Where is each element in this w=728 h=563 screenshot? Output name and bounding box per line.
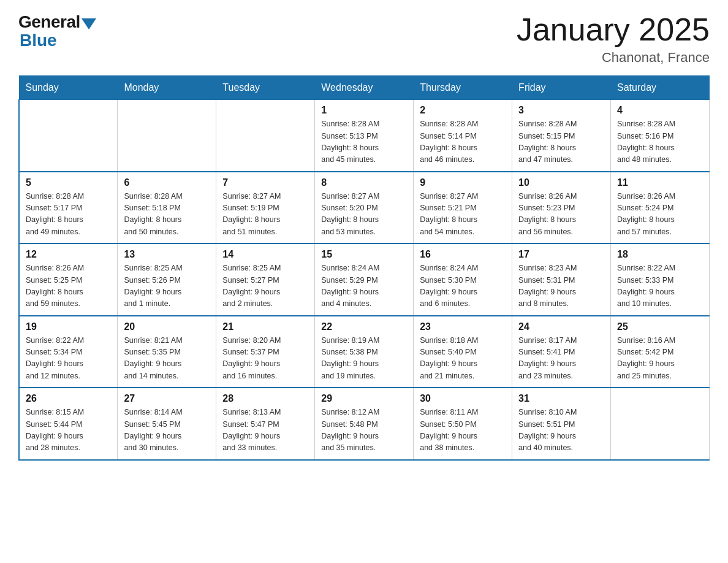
day-info: Sunrise: 8:25 AMSunset: 5:27 PMDaylight:… xyxy=(222,262,308,310)
calendar-subtitle: Chanonat, France xyxy=(517,50,710,66)
day-number: 17 xyxy=(518,249,604,260)
calendar-cell: 17Sunrise: 8:23 AMSunset: 5:31 PMDayligh… xyxy=(512,243,611,316)
day-info: Sunrise: 8:14 AMSunset: 5:45 PMDaylight:… xyxy=(124,407,210,454)
calendar-cell: 11Sunrise: 8:26 AMSunset: 5:24 PMDayligh… xyxy=(611,172,710,244)
calendar-cell: 7Sunrise: 8:27 AMSunset: 5:19 PMDaylight… xyxy=(216,172,315,244)
day-info: Sunrise: 8:26 AMSunset: 5:24 PMDaylight:… xyxy=(617,191,703,239)
logo-triangle-icon xyxy=(82,18,96,29)
day-info: Sunrise: 8:22 AMSunset: 5:34 PMDaylight:… xyxy=(26,335,111,383)
calendar-week-2: 5Sunrise: 8:28 AMSunset: 5:17 PMDaylight… xyxy=(19,172,710,244)
logo-general-text: General xyxy=(18,12,80,32)
day-info: Sunrise: 8:28 AMSunset: 5:16 PMDaylight:… xyxy=(617,118,703,166)
day-number: 6 xyxy=(124,177,210,188)
calendar-cell: 30Sunrise: 8:11 AMSunset: 5:50 PMDayligh… xyxy=(414,388,512,460)
calendar-cell: 15Sunrise: 8:24 AMSunset: 5:29 PMDayligh… xyxy=(315,243,414,316)
weekday-header-saturday: Saturday xyxy=(611,76,710,100)
day-info: Sunrise: 8:16 AMSunset: 5:42 PMDaylight:… xyxy=(617,335,703,383)
calendar-cell: 28Sunrise: 8:13 AMSunset: 5:47 PMDayligh… xyxy=(216,388,315,460)
day-info: Sunrise: 8:18 AMSunset: 5:40 PMDaylight:… xyxy=(420,335,506,383)
day-info: Sunrise: 8:26 AMSunset: 5:23 PMDaylight:… xyxy=(518,191,604,239)
day-number: 12 xyxy=(26,249,111,260)
calendar-cell xyxy=(216,100,315,172)
calendar-title: January 2025 xyxy=(517,12,710,47)
day-info: Sunrise: 8:27 AMSunset: 5:21 PMDaylight:… xyxy=(420,191,506,239)
day-number: 18 xyxy=(617,249,703,260)
calendar-cell: 13Sunrise: 8:25 AMSunset: 5:26 PMDayligh… xyxy=(118,243,216,316)
title-area: January 2025 Chanonat, France xyxy=(517,12,710,66)
calendar-cell xyxy=(118,100,216,172)
day-number: 14 xyxy=(222,249,308,260)
day-number: 3 xyxy=(518,105,604,116)
calendar-week-1: 1Sunrise: 8:28 AMSunset: 5:13 PMDaylight… xyxy=(19,100,710,172)
day-number: 28 xyxy=(222,393,308,404)
day-info: Sunrise: 8:27 AMSunset: 5:20 PMDaylight:… xyxy=(321,191,407,239)
calendar-cell: 25Sunrise: 8:16 AMSunset: 5:42 PMDayligh… xyxy=(611,316,710,388)
day-number: 2 xyxy=(420,105,506,116)
weekday-header-thursday: Thursday xyxy=(414,76,512,100)
day-info: Sunrise: 8:28 AMSunset: 5:18 PMDaylight:… xyxy=(124,191,210,239)
day-number: 24 xyxy=(518,321,604,332)
day-number: 10 xyxy=(518,177,604,188)
day-number: 13 xyxy=(124,249,210,260)
calendar-week-5: 26Sunrise: 8:15 AMSunset: 5:44 PMDayligh… xyxy=(19,388,710,460)
day-info: Sunrise: 8:28 AMSunset: 5:15 PMDaylight:… xyxy=(518,118,604,166)
day-info: Sunrise: 8:28 AMSunset: 5:13 PMDaylight:… xyxy=(321,118,407,166)
day-info: Sunrise: 8:28 AMSunset: 5:14 PMDaylight:… xyxy=(420,118,506,166)
calendar-cell: 5Sunrise: 8:28 AMSunset: 5:17 PMDaylight… xyxy=(19,172,118,244)
calendar-cell: 10Sunrise: 8:26 AMSunset: 5:23 PMDayligh… xyxy=(512,172,611,244)
calendar-cell: 16Sunrise: 8:24 AMSunset: 5:30 PMDayligh… xyxy=(414,243,512,316)
weekday-header-row: SundayMondayTuesdayWednesdayThursdayFrid… xyxy=(19,76,710,100)
weekday-header-tuesday: Tuesday xyxy=(216,76,315,100)
calendar-cell: 26Sunrise: 8:15 AMSunset: 5:44 PMDayligh… xyxy=(19,388,118,460)
day-info: Sunrise: 8:24 AMSunset: 5:30 PMDaylight:… xyxy=(420,262,506,310)
day-info: Sunrise: 8:10 AMSunset: 5:51 PMDaylight:… xyxy=(518,407,604,454)
day-info: Sunrise: 8:11 AMSunset: 5:50 PMDaylight:… xyxy=(420,407,506,454)
calendar-cell: 8Sunrise: 8:27 AMSunset: 5:20 PMDaylight… xyxy=(315,172,414,244)
day-number: 11 xyxy=(617,177,703,188)
day-info: Sunrise: 8:22 AMSunset: 5:33 PMDaylight:… xyxy=(617,262,703,310)
day-number: 15 xyxy=(321,249,407,260)
day-number: 7 xyxy=(222,177,308,188)
day-number: 26 xyxy=(26,393,111,404)
day-info: Sunrise: 8:23 AMSunset: 5:31 PMDaylight:… xyxy=(518,262,604,310)
calendar-cell: 20Sunrise: 8:21 AMSunset: 5:35 PMDayligh… xyxy=(118,316,216,388)
day-info: Sunrise: 8:12 AMSunset: 5:48 PMDaylight:… xyxy=(321,407,407,454)
day-info: Sunrise: 8:21 AMSunset: 5:35 PMDaylight:… xyxy=(124,335,210,383)
day-info: Sunrise: 8:15 AMSunset: 5:44 PMDaylight:… xyxy=(26,407,111,454)
day-info: Sunrise: 8:17 AMSunset: 5:41 PMDaylight:… xyxy=(518,335,604,383)
day-number: 5 xyxy=(26,177,111,188)
calendar-cell: 6Sunrise: 8:28 AMSunset: 5:18 PMDaylight… xyxy=(118,172,216,244)
calendar-cell: 4Sunrise: 8:28 AMSunset: 5:16 PMDaylight… xyxy=(611,100,710,172)
day-number: 30 xyxy=(420,393,506,404)
logo-blue-text: Blue xyxy=(18,31,57,50)
day-number: 27 xyxy=(124,393,210,404)
day-number: 21 xyxy=(222,321,308,332)
day-number: 25 xyxy=(617,321,703,332)
day-number: 4 xyxy=(617,105,703,116)
day-info: Sunrise: 8:19 AMSunset: 5:38 PMDaylight:… xyxy=(321,335,407,383)
calendar-header: SundayMondayTuesdayWednesdayThursdayFrid… xyxy=(19,76,710,100)
day-number: 23 xyxy=(420,321,506,332)
day-number: 20 xyxy=(124,321,210,332)
calendar-cell xyxy=(19,100,118,172)
calendar-cell: 12Sunrise: 8:26 AMSunset: 5:25 PMDayligh… xyxy=(19,243,118,316)
calendar-cell: 24Sunrise: 8:17 AMSunset: 5:41 PMDayligh… xyxy=(512,316,611,388)
calendar-cell xyxy=(611,388,710,460)
day-info: Sunrise: 8:28 AMSunset: 5:17 PMDaylight:… xyxy=(26,191,111,239)
day-info: Sunrise: 8:20 AMSunset: 5:37 PMDaylight:… xyxy=(222,335,308,383)
calendar-cell: 1Sunrise: 8:28 AMSunset: 5:13 PMDaylight… xyxy=(315,100,414,172)
header: General Blue January 2025 Chanonat, Fran… xyxy=(18,12,710,66)
day-info: Sunrise: 8:26 AMSunset: 5:25 PMDaylight:… xyxy=(26,262,111,310)
weekday-header-friday: Friday xyxy=(512,76,611,100)
calendar-cell: 14Sunrise: 8:25 AMSunset: 5:27 PMDayligh… xyxy=(216,243,315,316)
calendar-cell: 22Sunrise: 8:19 AMSunset: 5:38 PMDayligh… xyxy=(315,316,414,388)
weekday-header-wednesday: Wednesday xyxy=(315,76,414,100)
calendar-cell: 29Sunrise: 8:12 AMSunset: 5:48 PMDayligh… xyxy=(315,388,414,460)
day-number: 1 xyxy=(321,105,407,116)
day-number: 19 xyxy=(26,321,111,332)
calendar-week-4: 19Sunrise: 8:22 AMSunset: 5:34 PMDayligh… xyxy=(19,316,710,388)
logo: General Blue xyxy=(18,12,96,50)
calendar-cell: 31Sunrise: 8:10 AMSunset: 5:51 PMDayligh… xyxy=(512,388,611,460)
calendar-week-3: 12Sunrise: 8:26 AMSunset: 5:25 PMDayligh… xyxy=(19,243,710,316)
day-info: Sunrise: 8:13 AMSunset: 5:47 PMDaylight:… xyxy=(222,407,308,454)
